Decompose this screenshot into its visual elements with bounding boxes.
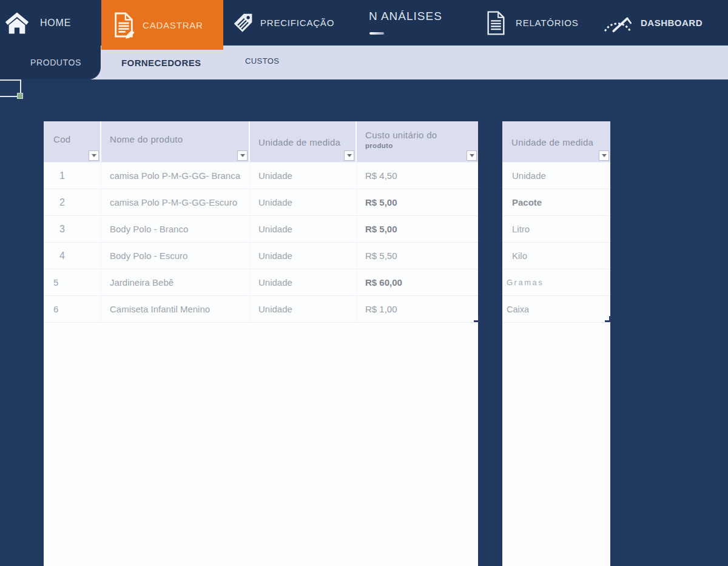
filter-dropdown-icon — [470, 154, 474, 157]
column-header-custo: Custo unitário do produto — [357, 121, 478, 162]
nav-item-cadastrar[interactable]: CADASTRAR — [101, 0, 223, 50]
nav-label: N ANÁLISES — [369, 10, 442, 23]
cell-unidade[interactable]: Unidade — [250, 189, 357, 215]
filter-button[interactable] — [237, 150, 248, 161]
cell-cod[interactable]: 4 — [44, 243, 101, 269]
cell-cod[interactable]: 3 — [44, 216, 101, 242]
cell-unidade[interactable]: Caixa — [502, 296, 610, 322]
cell-cod[interactable]: 5 — [44, 269, 101, 295]
filter-dropdown-icon — [240, 154, 245, 157]
column-header-unidade-medida: Unidade de medida — [502, 121, 610, 162]
units-table: Unidade de medida Unidade Pacote Litro K… — [502, 121, 610, 566]
nav-label: PRECIFICAÇÃO — [260, 18, 334, 28]
column-header-unidade: Unidade de medida — [250, 121, 357, 162]
active-nav-underline — [369, 32, 384, 35]
cell-unidade[interactable]: Unidade — [250, 216, 357, 242]
filter-dropdown-icon — [347, 154, 352, 157]
nav-item-analises[interactable]: N ANÁLISES — [361, 0, 452, 45]
filter-button[interactable] — [467, 150, 477, 161]
tab-produtos[interactable]: PRODUTOS — [0, 45, 101, 79]
products-table: Cod Nome do produto Unidade de medida Cu… — [44, 121, 478, 566]
tab-label: PRODUTOS — [30, 58, 81, 67]
cell-cod[interactable]: 2 — [44, 189, 101, 215]
cell-custo[interactable]: R$ 5,00 — [357, 216, 478, 242]
cell-unidade[interactable]: Unidade — [250, 243, 357, 269]
cell-unidade[interactable]: Unidade — [502, 163, 610, 189]
products-table-header: Cod Nome do produto Unidade de medida Cu… — [44, 121, 478, 163]
cell-nome[interactable]: Body Polo - Branco — [101, 216, 250, 242]
nav-label: DASHBOARD — [641, 18, 703, 28]
table-row[interactable]: 1 camisa Polo P-M-G-GG- Branca Unidade R… — [44, 163, 478, 189]
column-header-label: Custo unitário do — [365, 130, 437, 140]
column-header-sublabel: produto — [365, 142, 478, 149]
column-header-label: Nome do produto — [110, 134, 183, 144]
cell-unidade[interactable]: Pacote — [502, 189, 610, 215]
nav-label: CADASTRAR — [143, 20, 203, 30]
active-cell-indicator[interactable] — [0, 79, 21, 97]
cell-nome[interactable]: Camiseta Infantil Menino — [101, 296, 250, 322]
cell-unidade[interactable]: Kilo — [502, 243, 610, 269]
cell-custo[interactable]: R$ 1,00 — [357, 296, 478, 322]
column-header-label: Cod — [53, 134, 70, 144]
filter-dropdown-icon — [92, 154, 96, 157]
sheet-tabstrip: PRODUTOS FORNECEDORES CUSTOS — [0, 45, 728, 79]
table-row[interactable]: Gramas — [502, 269, 610, 296]
cell-unidade[interactable]: Litro — [502, 216, 610, 242]
filter-dropdown-icon — [602, 154, 607, 157]
table-row[interactable]: Litro — [502, 216, 610, 243]
cell-nome[interactable]: Jardineira Bebê — [101, 269, 250, 295]
table-resize-handle[interactable] — [474, 316, 480, 322]
filter-button[interactable] — [599, 150, 609, 161]
tab-custos[interactable]: CUSTOS — [245, 45, 279, 76]
tab-label: CUSTOS — [245, 56, 279, 66]
cell-cod[interactable]: 6 — [44, 296, 101, 322]
top-navbar: HOME CADASTRAR PRECIFICAÇÃO N ANÁLISES — [0, 0, 728, 45]
cell-custo[interactable]: R$ 60,00 — [357, 269, 478, 295]
document-edit-icon — [101, 11, 135, 39]
home-icon — [0, 10, 29, 36]
report-icon — [482, 10, 507, 36]
fill-handle[interactable] — [17, 93, 23, 99]
gauge-icon — [598, 13, 633, 33]
nav-item-relatorios[interactable]: RELATÓRIOS — [482, 0, 582, 45]
column-header-cod: Cod — [44, 121, 101, 162]
table-resize-handle[interactable] — [605, 316, 611, 322]
cell-nome[interactable]: camisa Polo P-M-G-GG-Escuro — [101, 189, 250, 215]
table-row[interactable]: 4 Body Polo - Escuro Unidade R$ 5,50 — [44, 243, 478, 269]
table-row[interactable]: Pacote — [502, 189, 610, 216]
cell-unidade[interactable]: Unidade — [250, 163, 357, 189]
nav-label: RELATÓRIOS — [516, 18, 579, 28]
cell-nome[interactable]: Body Polo - Escuro — [101, 243, 250, 269]
units-table-header: Unidade de medida — [502, 121, 610, 163]
cell-unidade[interactable]: Gramas — [502, 269, 610, 295]
filter-button[interactable] — [89, 150, 99, 161]
cell-custo[interactable]: R$ 4,50 — [357, 163, 478, 189]
table-row[interactable]: 5 Jardineira Bebê Unidade R$ 60,00 — [44, 269, 478, 296]
table-row[interactable]: Unidade — [502, 163, 610, 189]
cell-cod[interactable]: 1 — [44, 163, 101, 189]
cell-nome[interactable]: camisa Polo P-M-G-GG- Branca — [101, 163, 250, 189]
nav-label: HOME — [40, 18, 71, 29]
table-row[interactable]: Kilo — [502, 243, 610, 269]
tab-label: FORNECEDORES — [121, 58, 201, 68]
table-row[interactable]: 3 Body Polo - Branco Unidade R$ 5,00 — [44, 216, 478, 243]
table-row[interactable]: 2 camisa Polo P-M-G-GG-Escuro Unidade R$… — [44, 189, 478, 216]
cell-custo[interactable]: R$ 5,50 — [357, 243, 478, 269]
column-header-label: Unidade de medida — [511, 137, 593, 147]
cell-custo[interactable]: R$ 5,00 — [357, 189, 478, 215]
column-header-label: Unidade de medida — [258, 137, 340, 147]
table-row[interactable]: Caixa — [502, 296, 610, 323]
nav-item-home[interactable]: HOME — [0, 0, 100, 45]
nav-item-dashboard[interactable]: DASHBOARD — [598, 0, 713, 45]
column-header-nome: Nome do produto — [101, 121, 250, 162]
table-row[interactable]: 6 Camiseta Infantil Menino Unidade R$ 1,… — [44, 296, 478, 323]
filter-button[interactable] — [344, 150, 354, 161]
tab-fornecedores[interactable]: FORNECEDORES — [121, 45, 201, 79]
cell-unidade[interactable]: Unidade — [250, 296, 357, 322]
cell-unidade[interactable]: Unidade — [250, 269, 357, 295]
price-tag-icon — [229, 12, 254, 35]
nav-item-precificacao[interactable]: PRECIFICAÇÃO — [229, 0, 342, 45]
